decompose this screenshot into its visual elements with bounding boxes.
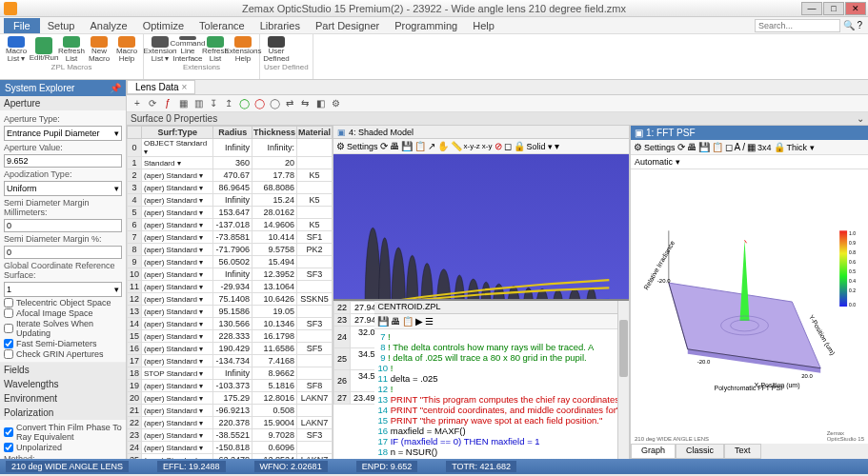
ribbon-button[interactable]: Macro List ▾: [4, 36, 29, 63]
print-icon[interactable]: 🖶: [687, 142, 696, 152]
aperture-value-input[interactable]: [4, 154, 122, 168]
settings-icon[interactable]: ☰: [425, 316, 434, 327]
ribbon-button[interactable]: Extension List ▾: [148, 36, 172, 63]
gear-icon[interactable]: ⚙: [634, 142, 642, 152]
close-button[interactable]: ✕: [845, 2, 866, 15]
table-row[interactable]: 11(aper) Standard ▾-29.93413.1064: [128, 281, 333, 293]
table-row[interactable]: 9(aper) Standard ▾56.050215.494: [128, 256, 333, 268]
axis-icon[interactable]: x-y-z: [464, 142, 480, 150]
settings-label[interactable]: Settings: [347, 142, 378, 151]
ribbon-button[interactable]: Edit/Run: [31, 36, 56, 63]
table-row[interactable]: 2634.544 U00: [334, 370, 374, 392]
sdm-pct-input[interactable]: [4, 246, 122, 259]
chk-grin[interactable]: Check GRIN Apertures: [4, 349, 122, 359]
copy-icon[interactable]: 📋: [414, 141, 426, 151]
collapse-icon[interactable]: ⌄: [857, 113, 864, 124]
table-row[interactable]: 23(aper) Standard ▾-38.55219.7028SF3: [128, 429, 333, 442]
table-row[interactable]: 24(aper) Standard ▾-150.8180.6096: [128, 442, 333, 454]
refresh-icon[interactable]: ⟳: [380, 141, 388, 151]
sdm-mm-input[interactable]: [4, 219, 122, 232]
save-icon[interactable]: 💾: [377, 316, 389, 327]
ruler-icon[interactable]: 📏: [451, 141, 462, 151]
table-row[interactable]: 18STOP Standard ▾Infinity8.9662: [128, 367, 333, 380]
table-row[interactable]: 19(aper) Standard ▾-103.3735.1816SF8: [128, 380, 333, 392]
text-icon[interactable]: A: [735, 142, 741, 152]
print-icon[interactable]: 🖶: [391, 316, 400, 327]
run-icon[interactable]: ▶: [415, 316, 423, 327]
gear-icon[interactable]: ⚙: [329, 97, 342, 110]
help-icon[interactable]: ?: [857, 20, 862, 30]
cancel-icon[interactable]: ⊘: [495, 141, 502, 151]
lock-icon[interactable]: 🔒: [514, 141, 525, 151]
chk-unpolarized[interactable]: Unpolarized: [4, 443, 122, 452]
grid-icon[interactable]: ▦: [747, 142, 756, 152]
copy-icon[interactable]: 📋: [712, 142, 723, 152]
ribbon-button[interactable]: New Macro: [87, 36, 111, 63]
arrow-icon[interactable]: ↗: [428, 141, 435, 151]
dropdown-icon[interactable]: ▾: [555, 141, 559, 151]
copy-icon[interactable]: 📋: [402, 316, 414, 327]
save-icon[interactable]: 💾: [698, 142, 710, 152]
close-icon[interactable]: ×: [182, 82, 188, 92]
psf-view[interactable]: X-Position (um) Relative Irradiance Y-Po…: [631, 169, 868, 444]
table-row[interactable]: 3(aper) Standard ▾86.964568.8086: [128, 182, 333, 194]
lens-data-table[interactable]: Surf:TypeRadiusThicknessMaterial0OBJECT …: [127, 126, 333, 459]
chk-telecentric[interactable]: Telecentric Object Space: [4, 298, 122, 307]
table-row[interactable]: 2534.544 U00: [334, 348, 374, 370]
save-icon[interactable]: 💾: [401, 141, 413, 151]
ribbon-button[interactable]: Macro Help: [114, 36, 139, 63]
category-item[interactable]: Fields: [0, 363, 126, 377]
file-menu[interactable]: File: [4, 18, 40, 33]
gcrs-combo[interactable]: 1▾: [4, 282, 122, 297]
table-row[interactable]: 0OBJECT Standard ▾InfinityInfinity:: [128, 139, 333, 157]
gear-icon[interactable]: ⚙: [336, 141, 345, 151]
menu-analyze[interactable]: Analyze: [82, 18, 134, 33]
refresh-icon[interactable]: ⟳: [146, 97, 159, 110]
table-row[interactable]: 2432.004 U00: [334, 327, 374, 348]
print-icon[interactable]: 🖶: [390, 141, 399, 151]
menu-programming[interactable]: Programming: [387, 18, 465, 33]
table-row[interactable]: 6(aper) Standard ▾-137.01814.9606K5: [128, 219, 333, 231]
category-aperture[interactable]: Aperture: [0, 96, 126, 110]
tool-icon[interactable]: ◧: [313, 97, 327, 110]
table-row[interactable]: 4(aper) Standard ▾Infinity15.24K5: [128, 194, 333, 207]
table-row[interactable]: 15(aper) Standard ▾228.33316.1798: [128, 330, 333, 343]
table-row[interactable]: 21(aper) Standard ▾-96.92130.508: [128, 405, 333, 417]
menu-tolerance[interactable]: Tolerance: [192, 18, 252, 33]
tool-icon[interactable]: ⇆: [298, 97, 312, 110]
category-item[interactable]: Environment: [0, 391, 126, 406]
lock-icon[interactable]: 🔒: [774, 142, 785, 152]
tool-icon[interactable]: ▥: [192, 97, 205, 110]
table-row[interactable]: 10(aper) Standard ▾Infinity12.3952SF3: [128, 268, 333, 281]
circle-icon[interactable]: ◯: [237, 97, 251, 110]
menu-help[interactable]: Help: [465, 18, 502, 33]
chk-iterate[interactable]: Iterate Solves When Updating: [4, 319, 122, 338]
tab-text[interactable]: Text: [724, 444, 761, 459]
tab-classic[interactable]: Classic: [676, 444, 724, 459]
search-icon[interactable]: 🔍: [843, 20, 855, 30]
aperture-type-combo[interactable]: Entrance Pupil Diameter▾: [4, 126, 122, 141]
table-row[interactable]: 2(aper) Standard ▾470.6717.78K5: [128, 169, 333, 182]
tab-lens-data[interactable]: Lens Data×: [127, 80, 195, 94]
table-row[interactable]: 2327.94 U00: [334, 314, 374, 327]
panel-pin-icon[interactable]: 📌: [110, 83, 121, 93]
circle-icon[interactable]: ◯: [252, 97, 266, 110]
table-row[interactable]: 14(aper) Standard ▾130.56610.1346SF3: [128, 318, 333, 330]
table-row[interactable]: 5(aper) Standard ▾153.64728.0162: [128, 207, 333, 219]
table-header[interactable]: Thickness: [252, 127, 296, 139]
tool-icon[interactable]: ▦: [176, 97, 190, 110]
table-row[interactable]: 8(aper) Standard ▾-71.79069.5758PK2: [128, 244, 333, 256]
table-header[interactable]: Radius: [213, 127, 252, 139]
menu-optimize[interactable]: Optimize: [135, 18, 192, 33]
table-header[interactable]: Material: [296, 127, 332, 139]
shade-mode[interactable]: Solid ▾: [527, 142, 554, 151]
tool-icon[interactable]: ↧: [207, 97, 220, 110]
table-row[interactable]: 25(aper) Standard ▾62.247812.8524LAKN7: [128, 454, 333, 460]
ribbon-button[interactable]: User Defined: [264, 36, 289, 63]
table-row[interactable]: 1Standard ▾36020: [128, 157, 333, 169]
circle-icon[interactable]: ◯: [268, 97, 281, 110]
fx-icon[interactable]: ƒ: [161, 97, 174, 110]
hand-icon[interactable]: ✋: [437, 141, 449, 151]
table-row[interactable]: 17(aper) Standard ▾-134.7347.4168: [128, 355, 333, 367]
tool-icon[interactable]: ⇄: [283, 97, 296, 110]
